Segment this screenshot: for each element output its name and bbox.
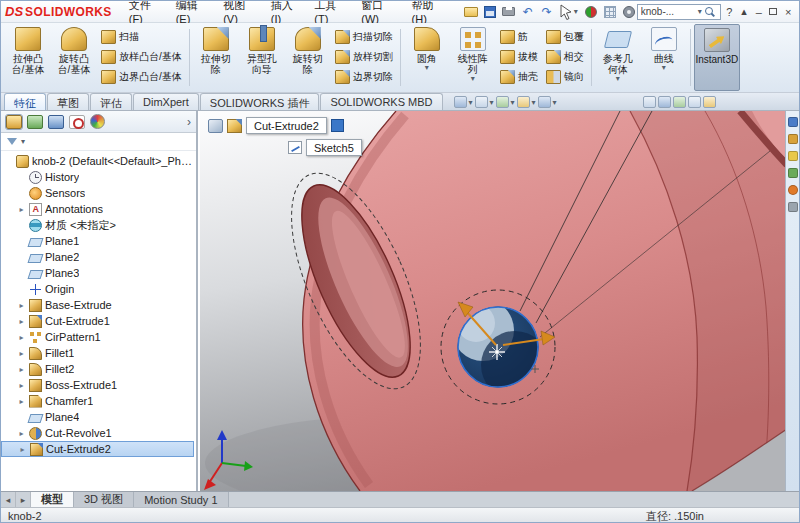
- expander-icon[interactable]: ▸: [17, 429, 26, 438]
- tree-item-plane3[interactable]: Plane3: [1, 265, 196, 281]
- revolved-cut-button[interactable]: 旋转切 除: [285, 24, 331, 91]
- custom-properties-icon[interactable]: [788, 202, 798, 212]
- dropdown-arrow-icon[interactable]: ▾: [21, 137, 25, 146]
- close-button[interactable]: ×: [781, 5, 795, 19]
- view-orientation-icon[interactable]: [454, 96, 467, 108]
- expander-icon[interactable]: ▸: [18, 445, 27, 454]
- select-tool-button[interactable]: ▾: [558, 4, 580, 20]
- reference-geometry-button[interactable]: 参考几 何体 ▾: [595, 24, 641, 91]
- lofted-boss-button[interactable]: 放样凸台/基体: [97, 47, 186, 67]
- instant3d-toggle-button[interactable]: Instant3D: [694, 24, 740, 91]
- breadcrumb-sketch-label[interactable]: Sketch5: [306, 139, 362, 156]
- swept-boss-button[interactable]: 扫描: [97, 27, 186, 47]
- redo-button[interactable]: ↷: [539, 4, 555, 20]
- dropdown-arrow-icon[interactable]: ▾: [471, 75, 475, 83]
- dropdown-arrow-icon[interactable]: ▾: [532, 98, 536, 107]
- design-library-icon[interactable]: [788, 134, 798, 144]
- undo-button[interactable]: ↶: [520, 4, 536, 20]
- scene-icon[interactable]: [538, 96, 551, 108]
- tree-item-plane2[interactable]: Plane2: [1, 249, 196, 265]
- filter-funnel-icon[interactable]: [7, 138, 17, 145]
- view-palette-icon[interactable]: [788, 168, 798, 178]
- search-input[interactable]: [641, 6, 695, 17]
- tree-item-fillet1[interactable]: ▸Fillet1: [1, 345, 196, 361]
- rib-button[interactable]: 筋: [496, 27, 542, 47]
- tree-item-origin[interactable]: Origin: [1, 281, 196, 297]
- render-tools-icon[interactable]: [703, 96, 716, 108]
- minimize-button[interactable]: –: [752, 5, 766, 19]
- propertymanager-icon[interactable]: [27, 115, 43, 129]
- dropdown-arrow-icon[interactable]: ▾: [425, 64, 429, 72]
- tree-item-cut-revolve1[interactable]: ▸Cut-Revolve1: [1, 425, 196, 441]
- plane-highlight-icon[interactable]: [331, 119, 344, 132]
- linear-pattern-button[interactable]: 线性阵 列 ▾: [450, 24, 496, 91]
- draft-button[interactable]: 拔模: [496, 47, 542, 67]
- chevron-down-icon[interactable]: ▾: [698, 7, 702, 16]
- appearances-icon[interactable]: [788, 185, 798, 195]
- dropdown-arrow-icon[interactable]: ▾: [616, 75, 620, 83]
- tab-mbd[interactable]: SOLIDWORKS MBD: [320, 93, 442, 110]
- breadcrumb-feature-label[interactable]: Cut-Extrude2: [246, 117, 327, 134]
- viewport-canvas[interactable]: Cut-Extrude2 Sketch5: [200, 111, 787, 491]
- configurationmanager-icon[interactable]: [48, 115, 64, 129]
- tree-item-cut-extrude2[interactable]: ▸Cut-Extrude2: [1, 441, 194, 457]
- tree-item-sensors[interactable]: Sensors: [1, 185, 196, 201]
- rebuild-button[interactable]: [583, 4, 599, 20]
- tab-features[interactable]: 特征: [4, 93, 46, 110]
- tab-addins[interactable]: SOLIDWORKS 插件: [200, 93, 320, 110]
- extruded-boss-button[interactable]: 拉伸凸 台/基体: [5, 24, 51, 91]
- tree-item-annotations[interactable]: ▸Annotations: [1, 201, 196, 217]
- fillet-button[interactable]: 圆角 ▾: [404, 24, 450, 91]
- displaymanager-icon[interactable]: [90, 114, 105, 129]
- panel-expand-chevron-icon[interactable]: ›: [187, 115, 191, 129]
- open-button[interactable]: [463, 4, 479, 20]
- tree-item-cirpattern1[interactable]: ▸CirPattern1: [1, 329, 196, 345]
- search-icon[interactable]: [705, 7, 714, 16]
- tab-3d-views[interactable]: 3D 视图: [74, 492, 134, 507]
- dropdown-arrow-icon[interactable]: ▾: [662, 64, 666, 72]
- swept-cut-button[interactable]: 扫描切除: [331, 27, 397, 47]
- maximize-button[interactable]: [767, 5, 781, 19]
- tree-item-cut-extrude1[interactable]: ▸Cut-Extrude1: [1, 313, 196, 329]
- expander-icon[interactable]: ▸: [17, 349, 26, 358]
- camera-view-icon[interactable]: [688, 96, 701, 108]
- revolved-boss-button[interactable]: 旋转凸 台/基体: [51, 24, 97, 91]
- search-box[interactable]: ▾: [637, 4, 722, 20]
- wrap-button[interactable]: 包覆: [542, 27, 588, 47]
- hole-wizard-button[interactable]: 异型孔 向导: [239, 24, 285, 91]
- tree-item-history[interactable]: History: [1, 169, 196, 185]
- print-button[interactable]: [501, 4, 517, 20]
- expander-icon[interactable]: ▸: [17, 205, 26, 214]
- expander-icon[interactable]: ▸: [17, 301, 26, 310]
- boundary-cut-button[interactable]: 边界切除: [331, 67, 397, 87]
- sketch-icon[interactable]: [288, 141, 302, 154]
- dropdown-arrow-icon[interactable]: ▾: [511, 98, 515, 107]
- tree-item-root[interactable]: knob-2 (Default<<Default>_PhotoWo: [1, 153, 196, 169]
- save-button[interactable]: [482, 4, 498, 20]
- dropdown-arrow-icon[interactable]: ▾: [469, 98, 473, 107]
- tab-scroll-right-button[interactable]: ▸: [16, 492, 31, 507]
- file-explorer-icon[interactable]: [788, 151, 798, 161]
- body-icon[interactable]: [208, 119, 223, 133]
- dimxpertmanager-icon[interactable]: [69, 115, 85, 129]
- lofted-cut-button[interactable]: 放样切割: [331, 47, 397, 67]
- tree-item-fillet2[interactable]: ▸Fillet2: [1, 361, 196, 377]
- tab-motion-study[interactable]: Motion Study 1: [134, 492, 228, 507]
- zoom-fit-icon[interactable]: [643, 96, 656, 108]
- resources-home-icon[interactable]: [788, 117, 798, 127]
- tab-evaluate[interactable]: 评估: [90, 93, 132, 110]
- tree-item-plane1[interactable]: Plane1: [1, 233, 196, 249]
- tree-item-boss-extrude1[interactable]: ▸Boss-Extrude1: [1, 377, 196, 393]
- view-settings-button[interactable]: [602, 4, 618, 20]
- tab-model[interactable]: 模型: [31, 492, 74, 507]
- appearance-icon[interactable]: [517, 96, 530, 108]
- tab-scroll-left-button[interactable]: ◂: [1, 492, 16, 507]
- tree-item-material[interactable]: 材质 <未指定>: [1, 217, 196, 233]
- mirror-button[interactable]: 镜向: [542, 67, 588, 87]
- expander-icon[interactable]: ▸: [17, 365, 26, 374]
- cut-extrude-icon[interactable]: [227, 119, 242, 133]
- collapse-ribbon-button[interactable]: ▴: [737, 5, 751, 19]
- dropdown-arrow-icon[interactable]: ▾: [490, 98, 494, 107]
- shell-button[interactable]: 抽壳: [496, 67, 542, 87]
- expander-icon[interactable]: ▸: [17, 381, 26, 390]
